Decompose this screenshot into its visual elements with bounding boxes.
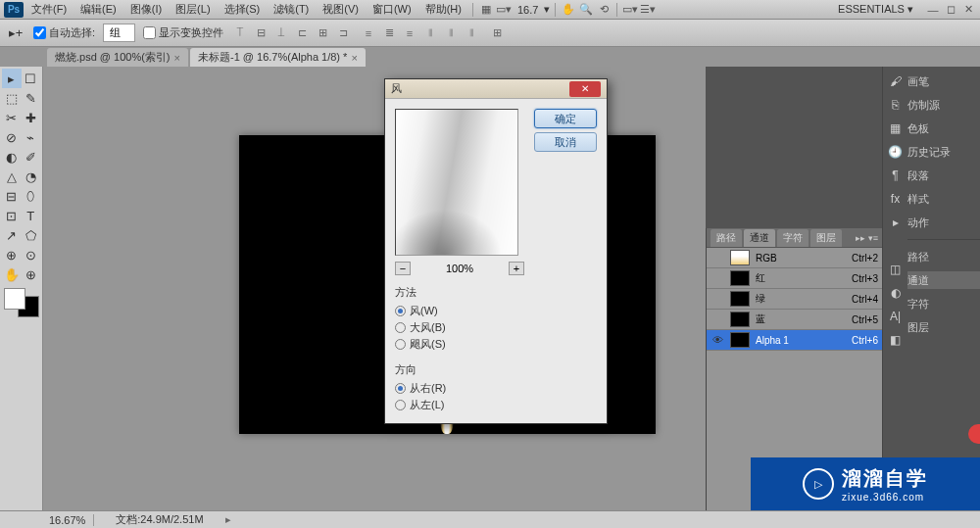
crop-tool[interactable]: ✂: [2, 108, 22, 127]
menu-help[interactable]: 帮助(H): [419, 0, 467, 19]
type-tool[interactable]: T: [22, 206, 41, 225]
screen-mode-icon[interactable]: ▭▾: [622, 2, 638, 18]
brush-tool[interactable]: ⌁: [22, 127, 41, 147]
panel-label[interactable]: 动作: [907, 214, 980, 231]
lasso-tool[interactable]: ⬚: [2, 88, 22, 108]
menu-select[interactable]: 选择(S): [219, 0, 267, 19]
method-stagger-radio[interactable]: 飓风(S): [395, 336, 524, 353]
move-tool[interactable]: ▸: [2, 69, 22, 88]
status-zoom[interactable]: 16.67%: [49, 514, 94, 526]
dist-top-icon[interactable]: ≡: [360, 24, 377, 42]
method-blast-radio[interactable]: 大风(B): [395, 319, 524, 336]
tab-character[interactable]: 字符: [777, 229, 808, 247]
direction-left-radio[interactable]: 从左(L): [395, 397, 524, 413]
marquee-tool[interactable]: ☐: [22, 69, 41, 88]
panel-label[interactable]: 仿制源: [907, 96, 980, 114]
3d-tool[interactable]: ⊕: [2, 245, 22, 264]
filter-preview[interactable]: [395, 109, 518, 256]
document-tab[interactable]: 燃烧.psd @ 100%(索引) ×: [47, 48, 188, 67]
zoom-in-button[interactable]: +: [509, 262, 524, 275]
tab-paths[interactable]: 路径: [710, 229, 742, 247]
align-top-icon[interactable]: ⟙: [231, 24, 249, 42]
maximize-icon[interactable]: ◻: [943, 3, 958, 17]
channels-panel-icon[interactable]: ◐: [886, 284, 906, 302]
layers-panel-icon[interactable]: ◧: [886, 331, 906, 349]
channel-row[interactable]: 绿Ctrl+4: [707, 289, 882, 310]
gradient-tool[interactable]: ◔: [22, 167, 41, 186]
heal-tool[interactable]: ⊘: [2, 127, 22, 147]
channel-row[interactable]: 👁Alpha 1Ctrl+6: [707, 330, 882, 351]
quick-select-tool[interactable]: ✎: [22, 88, 41, 108]
method-wind-radio[interactable]: 风(W): [395, 303, 524, 319]
menu-view[interactable]: 视图(V): [317, 0, 365, 19]
paragraph-panel-icon[interactable]: ¶: [886, 167, 906, 184]
panel-label[interactable]: 样式: [907, 190, 980, 208]
visibility-icon[interactable]: 👁: [710, 334, 724, 346]
panel-label[interactable]: 字符: [907, 295, 980, 312]
direction-right-radio[interactable]: 从右(R): [395, 380, 524, 397]
workspace-switcher[interactable]: ESSENTIALS ▾: [830, 1, 921, 18]
tab-close-icon[interactable]: ×: [174, 52, 180, 64]
history-brush-tool[interactable]: ✐: [22, 147, 41, 167]
rotate-icon[interactable]: ⟲: [596, 2, 612, 18]
dist-bottom-icon[interactable]: ≡: [401, 24, 418, 42]
align-vcenter-icon[interactable]: ⊟: [252, 24, 270, 42]
zoom-tool[interactable]: ⊕: [22, 264, 41, 284]
pen-tool[interactable]: ⊡: [2, 206, 22, 225]
hand-tool[interactable]: ✋: [2, 264, 22, 284]
actions-panel-icon[interactable]: ▸: [886, 214, 906, 231]
align-bottom-icon[interactable]: ⟘: [272, 24, 290, 42]
tab-layers[interactable]: 图层: [810, 229, 842, 247]
3d-camera-tool[interactable]: ⊙: [22, 245, 41, 264]
channel-row[interactable]: RGBCtrl+2: [707, 248, 882, 268]
menu-edit[interactable]: 编辑(E): [74, 0, 122, 19]
zoom-icon[interactable]: 🔍: [578, 2, 594, 18]
shape-tool[interactable]: ⬠: [22, 225, 41, 245]
tab-channels[interactable]: 通道: [744, 229, 775, 247]
ok-button[interactable]: 确定: [534, 109, 597, 128]
document-tab[interactable]: 未标题-1 @ 16.7%(Alpha 1/8) * ×: [190, 48, 366, 67]
zoom-out-button[interactable]: −: [395, 262, 411, 275]
eyedropper-tool[interactable]: ✚: [22, 108, 41, 127]
styles-panel-icon[interactable]: fx: [886, 190, 906, 208]
align-right-icon[interactable]: ⊐: [334, 24, 352, 42]
auto-select-dropdown[interactable]: 组: [103, 24, 135, 42]
stamp-tool[interactable]: ◐: [2, 147, 22, 167]
close-icon[interactable]: ✕: [960, 3, 976, 17]
fg-color[interactable]: [4, 288, 25, 310]
panel-label[interactable]: 画笔: [907, 72, 980, 90]
auto-align-icon[interactable]: ⊞: [488, 24, 506, 42]
menu-window[interactable]: 窗口(W): [367, 0, 417, 19]
character-panel-icon[interactable]: A|: [886, 308, 906, 325]
arrange-documents-icon[interactable]: ▭▾: [496, 2, 512, 18]
channel-row[interactable]: 蓝Ctrl+5: [707, 310, 882, 330]
cancel-button[interactable]: 取消: [534, 132, 597, 152]
dist-left-icon[interactable]: ⦀: [421, 24, 439, 42]
align-left-icon[interactable]: ⊏: [293, 24, 311, 42]
menu-image[interactable]: 图像(I): [124, 0, 168, 19]
menu-layer[interactable]: 图层(L): [170, 0, 216, 19]
dodge-tool[interactable]: ⬯: [22, 186, 41, 206]
dist-right-icon[interactable]: ⦀: [463, 24, 480, 42]
status-doc-size[interactable]: 文档:24.9M/2.51M: [116, 512, 203, 527]
dist-hcenter-icon[interactable]: ⦀: [442, 24, 460, 42]
hand-icon[interactable]: ✋: [561, 2, 576, 18]
dialog-titlebar[interactable]: 风 ✕: [385, 79, 607, 99]
path-tool[interactable]: ↗: [2, 225, 22, 245]
panel-menu-icon[interactable]: ▸▸ ▾≡: [856, 233, 878, 243]
panel-label[interactable]: 段落: [907, 167, 980, 184]
channel-row[interactable]: 红Ctrl+3: [707, 268, 882, 289]
clone-panel-icon[interactable]: ⎘: [886, 96, 906, 114]
auto-select-checkbox[interactable]: 自动选择:: [33, 25, 95, 40]
launch-bridge-icon[interactable]: ▦: [478, 2, 494, 18]
menu-file[interactable]: 文件(F): [25, 0, 73, 19]
align-hcenter-icon[interactable]: ⊞: [314, 24, 331, 42]
menu-filter[interactable]: 滤镜(T): [268, 0, 315, 19]
minimize-icon[interactable]: —: [925, 3, 941, 17]
show-transform-checkbox[interactable]: 显示变换控件: [143, 25, 223, 40]
panel-label[interactable]: 通道: [907, 271, 980, 289]
move-tool-icon[interactable]: ▸+: [6, 24, 25, 43]
brush-panel-icon[interactable]: 🖌: [886, 72, 906, 90]
extras-icon[interactable]: ☰▾: [640, 2, 656, 18]
paths-panel-icon[interactable]: ◫: [886, 261, 906, 278]
